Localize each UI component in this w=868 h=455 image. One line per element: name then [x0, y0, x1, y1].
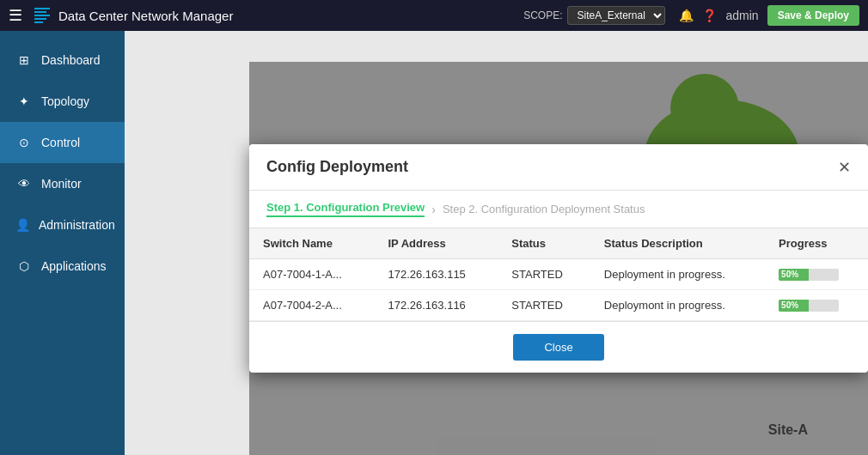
config-deployment-modal: Config Deployment ✕ Step 1. Configuratio… [249, 144, 868, 373]
administration-icon: 👤 [15, 216, 30, 234]
cell-ip-address: 172.26.163.115 [374, 259, 498, 290]
close-button[interactable]: Close [513, 334, 603, 361]
sidebar-item-dashboard[interactable]: ⊞ Dashboard [0, 39, 125, 81]
modal-header: Config Deployment ✕ [249, 144, 868, 191]
step-chevron-icon: › [431, 203, 436, 216]
admin-label: admin [725, 9, 758, 22]
cell-status: STARTED [498, 290, 590, 321]
modal-overlay: Config Deployment ✕ Step 1. Configuratio… [249, 62, 868, 455]
bell-icon[interactable]: 🔔 [679, 9, 694, 22]
control-icon: ⊙ [15, 134, 33, 151]
cell-progress: 50% [765, 259, 868, 290]
cell-status-description: Deploymont in progress. [590, 290, 765, 321]
cell-ip-address: 172.26.163.116 [374, 290, 498, 321]
topbar: ☰ Data Center Network Manager SCOPE: Sit… [0, 0, 868, 31]
main-content: Site-A Config Deployment ✕ Step 1. Confi… [125, 31, 868, 455]
deployments-table: Switch Name IP Address Status Status Des… [249, 228, 868, 321]
modal-close-button[interactable]: ✕ [838, 160, 851, 175]
cisco-bars-icon [34, 8, 50, 23]
dashboard-icon: ⊞ [15, 52, 33, 69]
save-deploy-button[interactable]: Save & Deploy [767, 5, 859, 26]
cell-status-description: Deployment in progress. [590, 259, 765, 290]
col-status: Status [498, 228, 590, 259]
sidebar-item-label: Applications [41, 259, 107, 273]
progress-bar-fill: 50% [779, 300, 809, 312]
sidebar-item-monitor[interactable]: 👁 Monitor [0, 163, 125, 204]
table-row: A07-7004-1-A... 172.26.163.115 STARTED D… [249, 259, 868, 290]
scope-dropdown[interactable]: SiteA_External [567, 6, 665, 25]
sidebar-item-label: Administration [39, 218, 115, 232]
cisco-logo [34, 8, 50, 23]
progress-bar-wrap: 50% [779, 300, 839, 312]
sidebar-item-label: Topology [41, 94, 89, 108]
table-header-row: Switch Name IP Address Status Status Des… [249, 228, 868, 259]
app-title: Data Center Network Manager [58, 9, 515, 23]
cell-status: STARTED [498, 259, 590, 290]
scope-label: SCOPE: [523, 9, 562, 21]
step2-label[interactable]: Step 2. Configuration Deployment Status [443, 203, 645, 215]
help-icon[interactable]: ❓ [702, 9, 717, 22]
progress-percent: 50% [781, 270, 798, 279]
sidebar-item-applications[interactable]: ⬡ Applications [0, 246, 125, 287]
topbar-icons: 🔔 ❓ admin [679, 9, 758, 22]
col-progress: Progress [765, 228, 868, 259]
scope-section: SCOPE: SiteA_External [523, 6, 670, 25]
deployments-table-container: Switch Name IP Address Status Status Des… [249, 228, 868, 321]
progress-bar-wrap: 50% [779, 269, 839, 281]
steps-bar: Step 1. Configuration Preview › Step 2. … [249, 191, 868, 228]
progress-bar-fill: 50% [779, 269, 809, 281]
topology-icon: ✦ [15, 93, 33, 110]
cell-progress: 50% [765, 290, 868, 321]
sidebar: ⊞ Dashboard ✦ Topology ⊙ Control 👁 Monit… [0, 31, 125, 455]
menu-icon[interactable]: ☰ [9, 6, 22, 25]
table-row: A07-7004-2-A... 172.26.163.116 STARTED D… [249, 290, 868, 321]
sidebar-item-topology[interactable]: ✦ Topology [0, 81, 125, 122]
sidebar-item-label: Control [41, 136, 80, 149]
monitor-icon: 👁 [15, 175, 33, 192]
cell-switch-name: A07-7004-1-A... [249, 259, 374, 290]
sidebar-item-administration[interactable]: 👤 Administration [0, 204, 125, 246]
applications-icon: ⬡ [15, 258, 33, 275]
sidebar-item-label: Monitor [41, 177, 82, 191]
col-status-description: Status Description [590, 228, 765, 259]
step1-label[interactable]: Step 1. Configuration Preview [266, 201, 425, 217]
cell-switch-name: A07-7004-2-A... [249, 290, 374, 321]
sidebar-item-control[interactable]: ⊙ Control [0, 122, 125, 163]
col-switch-name: Switch Name [249, 228, 374, 259]
progress-percent: 50% [781, 300, 798, 310]
sidebar-item-label: Dashboard [41, 53, 101, 67]
modal-footer: Close [249, 321, 868, 373]
col-ip-address: IP Address [374, 228, 498, 259]
modal-title: Config Deployment [266, 158, 408, 176]
